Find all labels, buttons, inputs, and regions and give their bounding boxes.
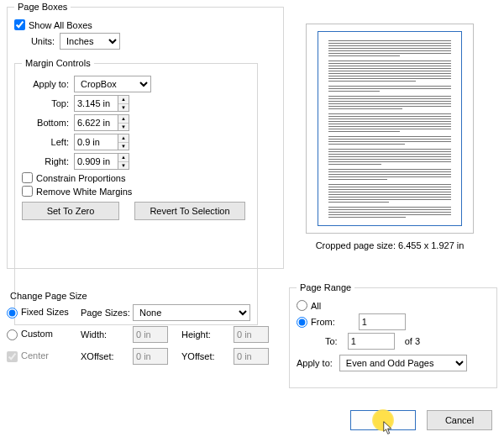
bottom-label: Bottom:	[22, 118, 69, 128]
custom-radio[interactable]	[7, 329, 18, 340]
height-input[interactable]	[234, 326, 269, 343]
top-input[interactable]	[74, 95, 118, 112]
cropped-page-size-label: Cropped page size: 6.455 x 1.927 in	[291, 240, 489, 250]
show-all-boxes-checkbox[interactable]	[14, 19, 25, 30]
remove-white-margins-label: Remove White Margins	[36, 187, 132, 197]
range-all-radio[interactable]	[297, 300, 307, 311]
revert-to-selection-button[interactable]: Revert To Selection	[134, 202, 245, 220]
range-to-label: To:	[325, 336, 338, 346]
page-range-legend: Page Range	[297, 282, 354, 292]
range-to-input[interactable]	[348, 333, 395, 350]
yoffset-label: YOffset:	[181, 351, 234, 361]
page-boxes-group: Page Boxes Show All Boxes Units: Inches …	[7, 2, 284, 269]
fixed-sizes-radio[interactable]	[7, 308, 18, 319]
spin-up-icon[interactable]: ▲	[118, 134, 129, 143]
margin-apply-to-label: Apply to:	[22, 79, 69, 89]
xoffset-label: XOffset:	[81, 351, 133, 361]
range-from-input[interactable]	[359, 313, 406, 330]
width-input[interactable]	[133, 326, 168, 343]
bottom-spinner[interactable]: ▲▼	[74, 114, 129, 131]
margin-controls-group: Margin Controls Apply to: CropBox Top: ▲…	[14, 58, 258, 325]
remove-white-margins-checkbox[interactable]	[22, 186, 33, 197]
page-range-group: Page Range All From: To: of 3 Apply to: …	[289, 282, 497, 388]
cancel-button[interactable]: Cancel	[427, 410, 492, 430]
spin-down-icon[interactable]: ▼	[118, 143, 129, 150]
range-all-label: All	[311, 301, 321, 311]
top-spinner[interactable]: ▲▼	[74, 95, 129, 112]
page-boxes-legend: Page Boxes	[14, 2, 71, 12]
right-input[interactable]	[74, 153, 118, 170]
range-of-label: of 3	[405, 336, 420, 346]
page-preview-page	[318, 31, 462, 226]
margin-apply-to-select[interactable]: CropBox	[74, 76, 151, 92]
height-label: Height:	[181, 329, 234, 340]
right-spinner[interactable]: ▲▼	[74, 153, 129, 170]
page-sizes-label: Page Sizes:	[81, 308, 133, 318]
constrain-proportions-label: Constrain Proportions	[36, 173, 125, 183]
width-label: Width:	[81, 329, 133, 340]
range-from-label: From:	[311, 317, 335, 327]
constrain-proportions-checkbox[interactable]	[22, 172, 33, 183]
spin-down-icon[interactable]: ▼	[118, 104, 129, 112]
left-label: Left:	[22, 137, 69, 147]
spin-up-icon[interactable]: ▲	[118, 96, 129, 104]
ok-button-label: OK	[376, 415, 390, 425]
change-page-size-group: Change Page Size Fixed Sizes Page Sizes:…	[3, 291, 282, 365]
custom-label: Custom	[21, 329, 53, 339]
change-page-size-legend: Change Page Size	[7, 291, 91, 301]
spin-up-icon[interactable]: ▲	[118, 115, 129, 124]
spin-up-icon[interactable]: ▲	[118, 154, 129, 162]
spin-down-icon[interactable]: ▼	[118, 124, 129, 131]
spin-down-icon[interactable]: ▼	[118, 162, 129, 170]
range-apply-to-select[interactable]: Even and Odd Pages	[339, 355, 467, 371]
left-spinner[interactable]: ▲▼	[74, 134, 129, 150]
ok-button[interactable]: OK	[350, 410, 416, 430]
yoffset-input[interactable]	[234, 348, 269, 365]
top-label: Top:	[22, 98, 69, 108]
center-label: Center	[21, 350, 49, 361]
show-all-boxes-label: Show All Boxes	[29, 20, 92, 30]
fixed-sizes-label: Fixed Sizes	[21, 307, 69, 317]
page-preview	[306, 24, 474, 234]
units-label: Units:	[14, 36, 55, 46]
bottom-input[interactable]	[74, 114, 118, 131]
range-apply-to-label: Apply to:	[297, 358, 333, 368]
left-input[interactable]	[74, 134, 118, 150]
page-sizes-select[interactable]: None	[133, 304, 250, 321]
center-checkbox[interactable]	[7, 351, 18, 362]
set-to-zero-button[interactable]: Set To Zero	[22, 202, 119, 220]
xoffset-input[interactable]	[133, 348, 168, 365]
units-select[interactable]: Inches	[60, 33, 120, 50]
right-label: Right:	[22, 156, 69, 166]
range-from-radio[interactable]	[297, 317, 307, 328]
margin-controls-legend: Margin Controls	[22, 58, 94, 68]
